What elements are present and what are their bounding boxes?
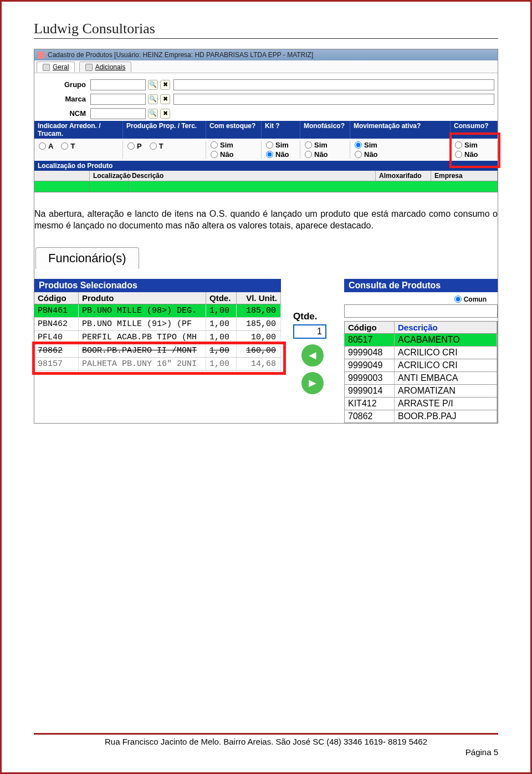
radio-t[interactable]: T bbox=[61, 142, 75, 150]
table-row[interactable]: 9999048ACRILICO CRI bbox=[344, 347, 498, 359]
marca-label: Marca bbox=[38, 95, 90, 103]
arrow-right-icon: ► bbox=[306, 376, 319, 390]
marca-input[interactable] bbox=[90, 94, 146, 105]
grupo-desc-input[interactable] bbox=[173, 79, 494, 90]
col-producao: Produção Prop. / Terc. bbox=[123, 121, 206, 139]
footer-text: Rua Francisco Jacinto de Melo. Bairro Ar… bbox=[34, 737, 498, 746]
estoque-nao[interactable]: Não bbox=[211, 150, 261, 159]
radio-comun[interactable]: Comun bbox=[454, 296, 487, 303]
col-movimentacao: Movimentação ativa? bbox=[350, 121, 451, 139]
clear-icon[interactable]: ✖ bbox=[160, 80, 170, 90]
col-qtde: Qtde. bbox=[206, 292, 237, 304]
loc-col-blank bbox=[34, 171, 90, 181]
col-monofasico: Monofásico? bbox=[300, 121, 350, 139]
loc-col-empresa: Empresa bbox=[431, 171, 498, 181]
panel-middle: Qtde. ◄ ► bbox=[293, 279, 332, 423]
table-row[interactable]: KIT412ARRASTE P/I bbox=[344, 398, 498, 410]
mov-nao[interactable]: Não bbox=[355, 150, 450, 159]
loc-columns: Localização Descrição Almoxarifado Empre… bbox=[34, 171, 498, 181]
empty-rows bbox=[34, 371, 281, 410]
screenshot-cadastro-produtos: Cadastro de Produtos [Usuário: HEINZ Emp… bbox=[34, 49, 498, 424]
ncm-label: NCM bbox=[38, 109, 90, 118]
app-icon bbox=[38, 52, 45, 59]
radio-t2[interactable]: T bbox=[150, 142, 163, 150]
table-row[interactable]: 70862BOOR.PB.PAJ bbox=[344, 410, 498, 423]
estoque-sim[interactable]: Sim bbox=[211, 141, 261, 149]
table-row[interactable]: 9999003ANTI EMBACA bbox=[344, 372, 498, 385]
row-ncm: NCM 🔍 ✖ bbox=[34, 106, 498, 121]
search-icon[interactable]: 🔍 bbox=[148, 94, 158, 104]
annotation-highlight-consumo bbox=[449, 133, 500, 168]
qtde-input[interactable] bbox=[293, 324, 326, 339]
col-vlunit: Vl. Unit. bbox=[237, 292, 281, 304]
options-header: Indicador Arredon. / Trucam. Produção Pr… bbox=[34, 121, 498, 139]
body-paragraph: Na abertura, alteração e lancto de itens… bbox=[34, 208, 498, 232]
tab-funcionarios[interactable]: Funcionário(s) bbox=[35, 247, 139, 269]
right-panel-title: Consulta de Produtos bbox=[344, 279, 498, 292]
mov-sim[interactable]: Sim bbox=[355, 141, 450, 149]
window-title-text: Cadastro de Produtos [Usuário: HEINZ Emp… bbox=[48, 51, 313, 59]
tab-geral-label: Geral bbox=[53, 63, 69, 71]
mono-nao[interactable]: Não bbox=[305, 150, 350, 159]
ncm-input[interactable] bbox=[90, 108, 146, 119]
col-kit: Kit ? bbox=[262, 121, 300, 139]
grupo-input[interactable] bbox=[90, 79, 146, 90]
left-panel-title: Produtos Selecionados bbox=[34, 279, 281, 292]
search-icon[interactable]: 🔍 bbox=[148, 80, 158, 90]
globe-icon bbox=[43, 64, 50, 71]
clear-icon[interactable]: ✖ bbox=[160, 94, 170, 104]
consulta-search-input[interactable] bbox=[344, 304, 498, 318]
rcol-descricao: Descrição bbox=[395, 322, 497, 333]
arrow-right-button[interactable]: ► bbox=[301, 372, 324, 394]
doc-icon bbox=[85, 64, 93, 71]
arrow-left-button[interactable]: ◄ bbox=[301, 344, 324, 366]
row-marca: Marca 🔍 ✖ bbox=[34, 92, 498, 106]
footer-rule bbox=[34, 733, 498, 735]
localizacao-title: Localização do Produto bbox=[34, 161, 498, 171]
mono-sim[interactable]: Sim bbox=[305, 141, 350, 149]
annotation-highlight-row bbox=[32, 342, 286, 375]
loc-row-selected[interactable] bbox=[34, 181, 498, 192]
table-row[interactable]: PBN462PB.UNO MILLE (91>) (PF1,00185,00 bbox=[34, 318, 281, 331]
page-number: Página 5 bbox=[34, 747, 498, 757]
tab-geral[interactable]: Geral bbox=[37, 62, 75, 72]
col-produto: Produto bbox=[79, 292, 206, 304]
panel-consulta-produtos: Consulta de Produtos Comun Código Descri… bbox=[344, 279, 498, 423]
table-row[interactable]: 9999014AROMATIZAN bbox=[344, 385, 498, 398]
options-row: A T P T Sim Não Sim Não Sim Não bbox=[34, 139, 498, 161]
kit-sim[interactable]: Sim bbox=[266, 141, 300, 149]
page-title: Ludwig Consultorias bbox=[34, 21, 498, 37]
arrow-left-icon: ◄ bbox=[306, 348, 319, 363]
tab-adicionais-label: Adicionais bbox=[95, 63, 126, 71]
search-icon[interactable]: 🔍 bbox=[148, 109, 158, 119]
right-table-header: Código Descrição bbox=[344, 321, 498, 334]
grupo-label: Grupo bbox=[38, 80, 90, 89]
left-table-header: Código Produto Qtde. Vl. Unit. bbox=[34, 292, 281, 304]
panel-produtos-selecionados: Produtos Selecionados Código Produto Qtd… bbox=[34, 279, 281, 423]
comun-option: Comun bbox=[344, 292, 498, 304]
marca-desc-input[interactable] bbox=[173, 94, 494, 105]
radio-a[interactable]: A bbox=[39, 142, 53, 150]
col-codigo: Código bbox=[34, 292, 79, 304]
table-row[interactable]: PBN461PB.UNO MILLE (98>) DEG.1,00185,00 bbox=[34, 304, 281, 318]
window-titlebar: Cadastro de Produtos [Usuário: HEINZ Emp… bbox=[34, 49, 498, 60]
col-indicador: Indicador Arredon. / Trucam. bbox=[34, 121, 123, 139]
tab-adicionais[interactable]: Adicionais bbox=[79, 62, 132, 72]
clear-icon[interactable]: ✖ bbox=[160, 109, 170, 119]
tab-strip: Geral Adicionais bbox=[34, 60, 498, 73]
form-area: Grupo 🔍 ✖ Marca 🔍 ✖ NCM 🔍 ✖ bbox=[34, 73, 498, 192]
rcol-codigo: Código bbox=[345, 322, 395, 333]
table-row[interactable]: 80517ACABAMENTO bbox=[344, 334, 498, 347]
col-estoque: Com estoque? bbox=[206, 121, 262, 139]
kit-nao[interactable]: Não bbox=[266, 150, 300, 159]
row-grupo: Grupo 🔍 ✖ bbox=[34, 78, 498, 92]
loc-col-descr: Descrição bbox=[129, 171, 376, 181]
screenshot-funcionarios: Funcionário(s) Produtos Selecionados Cód… bbox=[34, 247, 498, 423]
qtde-label: Qtde. bbox=[293, 311, 332, 322]
loc-col-almox: Almoxarifado bbox=[376, 171, 431, 181]
table-row[interactable]: 9999049ACRILICO CRI bbox=[344, 359, 498, 372]
loc-col-local: Localização bbox=[90, 171, 129, 181]
page-footer: Rua Francisco Jacinto de Melo. Bairro Ar… bbox=[34, 733, 498, 757]
radio-p[interactable]: P bbox=[127, 142, 142, 150]
header-rule bbox=[34, 38, 498, 39]
